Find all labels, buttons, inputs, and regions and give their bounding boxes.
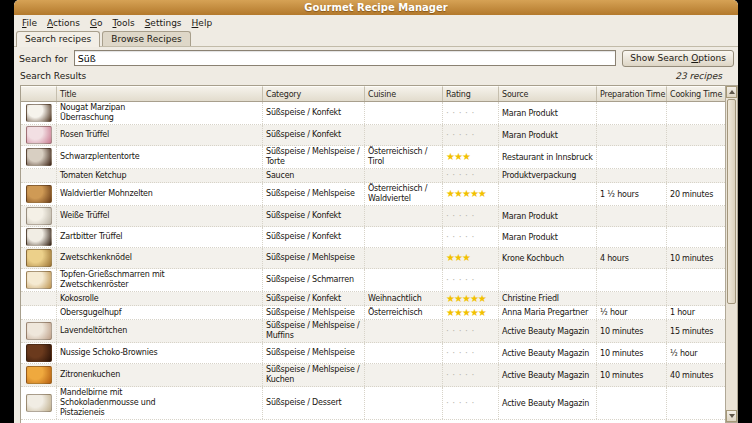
table-row[interactable]: Tomaten KetchupSaucen·····Produktverpack… <box>21 169 725 183</box>
column-header-cooking-time[interactable]: Cooking Time <box>667 86 726 101</box>
table-row[interactable]: Waldviertler MohnzeltenSüßspeise / Mehls… <box>21 183 725 206</box>
table-row[interactable]: LavendeltörtchenSüßspeise / Mehlspeise /… <box>21 320 725 343</box>
column-header-source[interactable]: Source <box>499 86 597 101</box>
cell-category: Saucen <box>263 169 365 182</box>
cell-thumbnail <box>21 102 57 124</box>
search-input[interactable] <box>74 50 617 66</box>
rating-empty: ····· <box>446 171 478 180</box>
cell-cooking-time <box>667 269 725 291</box>
column-header-title[interactable]: Title <box>57 86 263 101</box>
cell-category: Süßspeise / Konfekt <box>263 206 365 226</box>
cell-thumbnail <box>21 306 57 319</box>
cell-preparation-time: 10 minutes <box>597 343 667 363</box>
cell-cooking-time: 15 minutes <box>667 320 725 342</box>
rating-empty: ····· <box>446 371 478 380</box>
cell-source <box>499 183 597 205</box>
cell-title: Schwarzplententorte <box>57 146 263 168</box>
scroll-down-button[interactable] <box>726 410 737 422</box>
vertical-scrollbar[interactable] <box>725 85 738 423</box>
tab-label: Browse Recipes <box>111 34 181 44</box>
table-row[interactable]: Topfen-Grießschmarren mit Zwetschkenröst… <box>21 269 725 292</box>
cell-cooking-time: 20 minutes <box>667 183 725 205</box>
table-row[interactable]: SchwarzplententorteSüßspeise / Mehlspeis… <box>21 146 725 169</box>
cell-source: Active Beauty Magazin <box>499 387 597 419</box>
cell-source <box>499 269 597 291</box>
menu-item-go[interactable]: Go <box>85 17 108 29</box>
cell-category: Süßspeise / Dessert <box>263 387 365 419</box>
cell-thumbnail <box>21 248 57 268</box>
cell-rating: ····· <box>443 343 499 363</box>
results-row: Search Results 23 recipes <box>14 69 738 83</box>
cell-thumbnail <box>21 320 57 342</box>
search-results-label: Search Results <box>20 71 86 81</box>
cell-cooking-time <box>667 102 725 124</box>
column-header-category[interactable]: Category <box>263 86 365 101</box>
cell-preparation-time: 10 minutes <box>597 320 667 342</box>
column-header-cuisine[interactable]: Cuisine <box>365 86 443 101</box>
cell-preparation-time: 10 minutes <box>597 364 667 386</box>
scrollbar-thumb[interactable] <box>727 99 736 304</box>
cell-category: Süßspeise / Mehlspeise <box>263 306 365 319</box>
cell-category: Süßspeise / Konfekt <box>263 102 365 124</box>
cell-cuisine <box>365 320 443 342</box>
scroll-up-button[interactable] <box>726 86 737 98</box>
table-row[interactable]: ObersgugelhupfSüßspeise / MehlspeiseÖste… <box>21 306 725 320</box>
table-row[interactable]: KokosrolleSüßspeise / KonfektWeihnachtli… <box>21 292 725 306</box>
rating-stars: ★★★★★ <box>446 294 486 304</box>
column-header-rating[interactable]: Rating <box>443 86 499 101</box>
cell-title: Zwetschkenknödel <box>57 248 263 268</box>
window-title: Gourmet Recipe Manager <box>304 2 447 13</box>
cell-preparation-time: 1 ½ hours <box>597 183 667 205</box>
cell-preparation-time <box>597 387 667 419</box>
cell-thumbnail <box>21 364 57 386</box>
cell-cooking-time <box>667 227 725 247</box>
cell-title: Waldviertler Mohnzelten <box>57 183 263 205</box>
cell-title: Weiße Trüffel <box>57 206 263 226</box>
table-row[interactable]: Weiße TrüffelSüßspeise / Konfekt·····Mar… <box>21 206 725 227</box>
app-window: Gourmet Recipe Manager FileActionsGoTool… <box>14 0 738 423</box>
cell-rating: ····· <box>443 206 499 226</box>
scroll-up-icon <box>729 90 735 94</box>
cell-thumbnail <box>21 146 57 168</box>
cell-rating: ····· <box>443 387 499 419</box>
table-row[interactable]: ZitronenkuchenSüßspeise / Mehlspeise / K… <box>21 364 725 387</box>
cell-category: Süßspeise / Mehlspeise / Muffins <box>263 320 365 342</box>
table-row[interactable]: Mandelbirne mit Schokoladenmousse und Pi… <box>21 387 725 420</box>
cell-rating: ····· <box>443 320 499 342</box>
table-row[interactable]: Zartbitter TrüffelSüßspeise / Konfekt···… <box>21 227 725 248</box>
cell-category: Süßspeise / Schmarren <box>263 269 365 291</box>
recipe-table: TitleCategoryCuisineRatingSourcePreparat… <box>20 85 726 423</box>
cell-title: Zitronenkuchen <box>57 364 263 386</box>
menu-item-settings[interactable]: Settings <box>140 17 187 29</box>
table-row[interactable]: Rosen TrüffelSüßspeise / Konfekt·····Mar… <box>21 125 725 146</box>
tab-bar: Search recipesBrowse Recipes <box>14 30 738 47</box>
tab-browse-recipes[interactable]: Browse Recipes <box>102 31 190 46</box>
rating-empty: ····· <box>446 276 478 285</box>
cell-category: Süßspeise / Mehlspeise / Kuchen <box>263 364 365 386</box>
tab-label: Search recipes <box>25 34 91 44</box>
show-search-options-button[interactable]: Show Search Options <box>622 50 734 67</box>
menu-item-actions[interactable]: Actions <box>42 17 85 29</box>
menu-item-help[interactable]: Help <box>187 17 218 29</box>
recipe-thumbnail <box>26 207 52 225</box>
table-row[interactable]: Nussige Schoko-BrowniesSüßspeise / Mehls… <box>21 343 725 364</box>
cell-rating: ★★★ <box>443 248 499 268</box>
cell-title: Nougat Marzipan Überraschung <box>57 102 263 124</box>
table-row[interactable]: Nougat Marzipan ÜberraschungSüßspeise / … <box>21 102 725 125</box>
menu-item-file[interactable]: File <box>17 17 42 29</box>
cell-cooking-time <box>667 206 725 226</box>
tab-search-recipes[interactable]: Search recipes <box>16 31 100 47</box>
column-header-preparation-time[interactable]: Preparation Time <box>597 86 667 101</box>
cell-rating: ····· <box>443 364 499 386</box>
cell-rating: ★★★★★ <box>443 292 499 305</box>
titlebar[interactable]: Gourmet Recipe Manager <box>14 0 738 15</box>
cell-cuisine <box>365 169 443 182</box>
cell-preparation-time: 4 hours <box>597 248 667 268</box>
menu-item-tools[interactable]: Tools <box>107 17 139 29</box>
cell-cuisine <box>365 387 443 419</box>
rating-empty: ····· <box>446 349 478 358</box>
rating-empty: ····· <box>446 212 478 221</box>
table-row[interactable]: ZwetschkenknödelSüßspeise / Mehlspeise★★… <box>21 248 725 269</box>
menubar: FileActionsGoToolsSettingsHelp <box>14 15 738 30</box>
column-header-thumbnail[interactable] <box>21 86 57 101</box>
